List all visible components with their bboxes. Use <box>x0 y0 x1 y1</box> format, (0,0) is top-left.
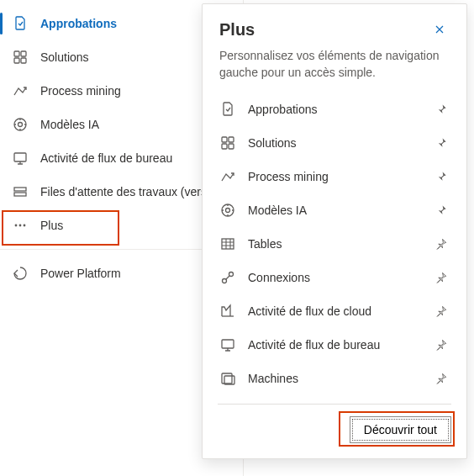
ai-models-icon <box>12 116 29 133</box>
pin-button[interactable] <box>433 336 450 353</box>
flyout-title: Plus <box>219 20 255 40</box>
pin-filled-icon <box>434 204 448 217</box>
close-icon <box>433 23 446 36</box>
solutions-icon <box>219 135 236 151</box>
flyout-item-modeles-ia[interactable]: Modèles IA <box>211 193 458 227</box>
flyout-item-approbations[interactable]: Approbations <box>211 93 458 126</box>
pin-button[interactable] <box>433 303 450 320</box>
pin-filled-icon <box>434 170 448 183</box>
pin-icon <box>434 372 448 385</box>
pin-button[interactable] <box>433 269 450 286</box>
flyout-item-connexions[interactable]: Connexions <box>211 261 458 294</box>
unpin-button[interactable] <box>433 202 450 219</box>
solutions-icon <box>12 49 29 66</box>
pin-filled-icon <box>434 136 448 150</box>
work-queues-icon <box>12 183 29 200</box>
flyout-item-activite-bureau[interactable]: Activité de flux de bureau <box>211 328 458 362</box>
pin-icon <box>434 338 448 352</box>
flyout-item-label: Process mining <box>248 170 421 183</box>
pin-filled-icon <box>434 103 448 116</box>
ai-models-icon <box>219 202 236 219</box>
desktop-flow-activity-icon <box>12 150 29 167</box>
flyout-item-activite-cloud[interactable]: Activité de flux de cloud <box>211 294 458 328</box>
flyout-item-machines[interactable]: Machines <box>211 362 458 395</box>
flyout-list: Approbations Solutions Process mining Mo… <box>203 93 466 395</box>
pin-icon <box>434 304 448 318</box>
flyout-item-tables[interactable]: Tables <box>211 227 458 261</box>
flyout-description: Personnalisez vos éléments de navigation… <box>203 48 466 93</box>
approvals-icon <box>12 15 29 32</box>
flyout-item-process-mining[interactable]: Process mining <box>211 160 458 193</box>
unpin-button[interactable] <box>433 135 450 151</box>
flyout-header: Plus <box>203 4 466 48</box>
pin-icon <box>434 237 448 251</box>
more-flyout: Plus Personnalisez vos éléments de navig… <box>202 3 467 459</box>
flyout-item-label: Connexions <box>248 271 421 284</box>
flyout-item-label: Approbations <box>248 103 421 116</box>
pin-button[interactable] <box>433 370 450 387</box>
cloud-flow-activity-icon <box>219 303 236 320</box>
flyout-item-label: Activité de flux de bureau <box>248 338 421 352</box>
discover-all-button[interactable]: Découvrir tout <box>350 416 451 443</box>
pin-button[interactable] <box>433 235 450 252</box>
power-platform-icon <box>12 265 29 282</box>
pin-icon <box>434 271 448 284</box>
process-mining-icon <box>219 168 236 185</box>
unpin-button[interactable] <box>433 101 450 118</box>
flyout-item-label: Activité de flux de cloud <box>248 304 421 318</box>
flyout-footer: Découvrir tout <box>203 405 466 458</box>
flyout-item-solutions[interactable]: Solutions <box>211 126 458 160</box>
desktop-flow-activity-icon <box>219 336 236 353</box>
unpin-button[interactable] <box>433 168 450 185</box>
flyout-item-label: Solutions <box>248 136 421 150</box>
process-mining-icon <box>12 82 29 99</box>
machines-icon <box>219 370 236 387</box>
close-button[interactable] <box>429 19 450 40</box>
tables-icon <box>219 235 236 252</box>
more-icon <box>12 217 29 234</box>
connections-icon <box>219 269 236 286</box>
flyout-item-label: Tables <box>248 237 421 251</box>
approvals-icon <box>219 101 236 118</box>
flyout-item-label: Machines <box>248 372 421 385</box>
flyout-item-label: Modèles IA <box>248 204 421 217</box>
